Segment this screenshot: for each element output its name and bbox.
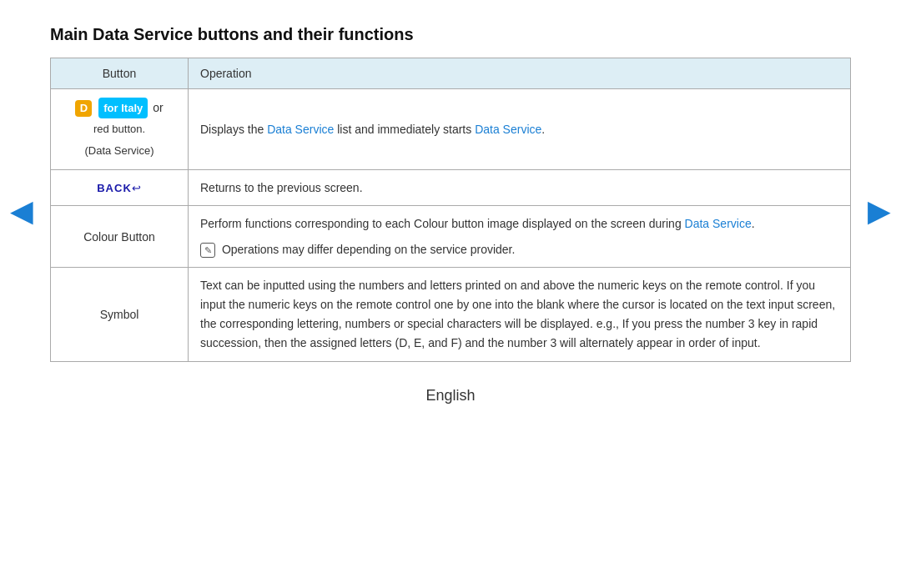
footer-language: English bbox=[50, 387, 851, 405]
symbol-op-text: Text can be inputted using the numbers a… bbox=[200, 279, 835, 349]
operation-cell-colour: Perform functions corresponding to each … bbox=[189, 206, 851, 268]
nav-arrow-left[interactable]: ◀ bbox=[10, 193, 33, 229]
for-italy-badge: for Italy bbox=[98, 98, 148, 118]
table-row: BACK↩ Returns to the previous screen. bbox=[51, 169, 851, 205]
button-cell-dataservice: D for Italy or red button. (Data Service… bbox=[51, 89, 189, 170]
colour-note-text: Operations may differ depending on the s… bbox=[222, 243, 516, 256]
colour-op-pre: Perform functions corresponding to each … bbox=[200, 217, 685, 230]
button-cell-colour: Colour Button bbox=[51, 206, 189, 268]
data-service-link-1[interactable]: Data Service bbox=[267, 123, 334, 136]
button-cell-symbol: Symbol bbox=[51, 267, 189, 361]
button-cell-back: BACK↩ bbox=[51, 169, 189, 205]
back-op-text: Returns to the previous screen. bbox=[200, 181, 363, 194]
red-button-text: red button. bbox=[93, 123, 145, 135]
data-service-label: (Data Service) bbox=[84, 144, 154, 157]
symbol-label: Symbol bbox=[100, 308, 139, 321]
op-text-mid: list and immediately starts bbox=[334, 123, 475, 136]
operation-cell-symbol: Text can be inputted using the numbers a… bbox=[189, 267, 851, 361]
col-header-operation: Operation bbox=[189, 58, 851, 89]
nav-arrow-right[interactable]: ▶ bbox=[868, 193, 891, 229]
page-title: Main Data Service buttons and their func… bbox=[50, 25, 851, 44]
colour-button-label: Colour Button bbox=[83, 230, 155, 244]
back-label: BACK↩ bbox=[97, 182, 142, 194]
operation-cell-back: Returns to the previous screen. bbox=[189, 169, 851, 205]
colour-note: ✎ Operations may differ depending on the… bbox=[200, 240, 838, 259]
d-icon: D bbox=[75, 100, 92, 117]
main-table: Button Operation D for Italy or red butt… bbox=[50, 58, 851, 362]
table-row: Symbol Text can be inputted using the nu… bbox=[51, 267, 851, 361]
operation-cell-dataservice: Displays the Data Service list and immed… bbox=[189, 89, 851, 170]
data-service-link-2[interactable]: Data Service bbox=[475, 123, 541, 136]
colour-op-end: . bbox=[752, 217, 755, 230]
op-text-end: . bbox=[541, 123, 545, 136]
col-header-button: Button bbox=[51, 58, 189, 89]
table-row: Colour Button Perform functions correspo… bbox=[51, 206, 851, 268]
colour-data-service-link[interactable]: Data Service bbox=[685, 217, 752, 230]
op-text-pre: Displays the bbox=[200, 123, 267, 136]
back-arrow-icon: ↩ bbox=[132, 182, 142, 194]
note-icon: ✎ bbox=[200, 243, 215, 258]
or-text: or bbox=[153, 101, 163, 114]
table-row: D for Italy or red button. (Data Service… bbox=[51, 89, 851, 170]
colour-op-line1: Perform functions corresponding to each … bbox=[200, 214, 838, 233]
